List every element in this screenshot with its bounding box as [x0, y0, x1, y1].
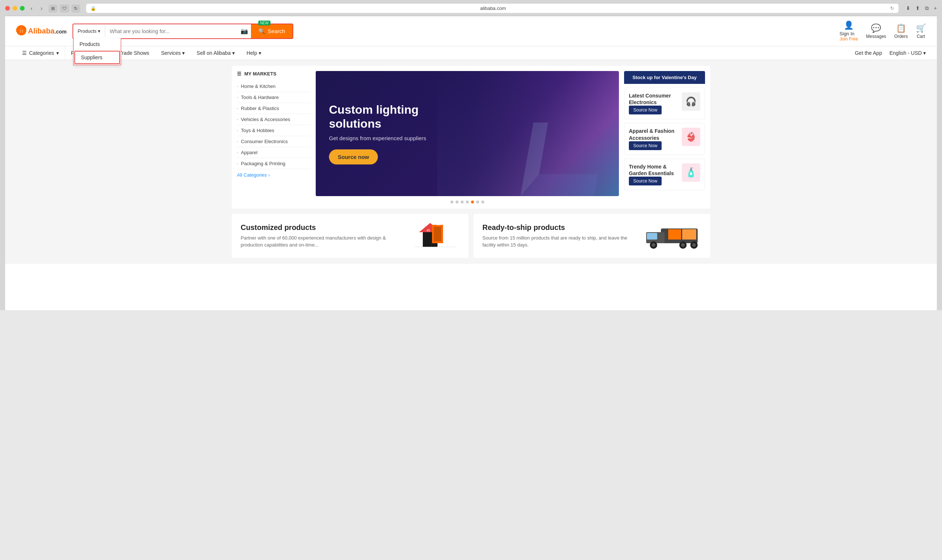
categories-nav[interactable]: ☰ Categories ▾ [16, 46, 65, 60]
reload-icon[interactable]: ↻ [890, 6, 894, 11]
list-icon: ☰ [237, 71, 242, 77]
search-button[interactable]: 🔍 Search [251, 24, 292, 38]
dot-2[interactable] [456, 200, 459, 203]
messages-button[interactable]: 💬 Messages [866, 23, 887, 39]
sidebar-item-tools-hardware[interactable]: • Tools & Hardware [237, 92, 311, 103]
join-label: Join Free [840, 37, 858, 42]
bullet-icon: • [237, 151, 238, 154]
cart-button[interactable]: 🛒 Cart [916, 23, 926, 39]
ship-card-desc: Source from 15 million products that are… [482, 235, 637, 248]
banner-title: Custom lighting solutions [329, 103, 447, 131]
dot-4[interactable] [466, 200, 469, 203]
banner-subtitle: Get designs from experienced suppliers [329, 135, 447, 141]
sidebar-item-home-kitchen[interactable]: • Home & Kitchen [237, 81, 311, 92]
banner-content: Custom lighting solutions Get designs fr… [329, 103, 447, 165]
promo2-image: 👙 [682, 128, 700, 146]
chevron-down-icon: ▾ [98, 28, 100, 34]
search-icon: 🔍 [258, 28, 265, 35]
shield-icon: 🛡 [60, 5, 69, 12]
camera-search-icon[interactable]: 📷 [238, 25, 251, 37]
sidebar-item-toys-hobbies[interactable]: • Toys & Hobbies [237, 125, 311, 136]
traffic-light-red[interactable] [5, 6, 10, 11]
all-categories-link[interactable]: All Categories › [237, 169, 311, 181]
sell-chevron: ▾ [232, 50, 235, 56]
forward-button[interactable]: › [38, 5, 45, 12]
promo1-image: 🎧 [682, 92, 700, 111]
services-nav[interactable]: Services ▾ [155, 46, 191, 60]
search-container: NEW Products ▾ Products Suppliers 📷 🔍 S [72, 23, 293, 39]
sidebar-item-electronics[interactable]: • Consumer Electronics [237, 136, 311, 147]
dropdown-suppliers[interactable]: Suppliers [74, 51, 120, 64]
banner-section: Custom lighting solutions Get designs fr… [316, 71, 619, 203]
orders-button[interactable]: 📋 Orders [894, 23, 908, 39]
search-input[interactable] [105, 25, 238, 37]
address-bar[interactable]: 🔒 alibaba.com ↻ [86, 4, 899, 13]
messages-icon: 💬 [871, 23, 881, 33]
bullet-icon: • [237, 140, 238, 143]
logo-text: Alibaba.com [28, 27, 66, 35]
dropdown-products[interactable]: Products [74, 38, 121, 50]
language-chevron: ▾ [923, 50, 926, 56]
services-chevron: ▾ [182, 50, 185, 56]
dropdown-label: Products [78, 28, 96, 34]
header-actions: 👤 Sign In Join Free 💬 Messages 📋 Orders [840, 21, 926, 42]
sell-on-nav[interactable]: Sell on Alibaba ▾ [191, 46, 241, 60]
dot-1[interactable] [450, 200, 453, 203]
tabs-icon[interactable]: ⧉ [925, 5, 929, 11]
orders-icon: 📋 [896, 23, 906, 33]
traffic-light-green[interactable] [20, 6, 25, 11]
sidebar-item-vehicles[interactable]: • Vehicles & Accessories [237, 114, 311, 125]
dot-7[interactable] [481, 200, 484, 203]
dot-3[interactable] [461, 200, 463, 203]
back-button[interactable]: ‹ [28, 5, 35, 12]
get-app-nav[interactable]: Get the App [855, 50, 882, 56]
messages-label: Messages [866, 34, 887, 39]
arrow-right-icon: › [268, 172, 270, 178]
dot-5[interactable] [471, 200, 474, 203]
main-content: ☰ MY MARKETS • Home & Kitchen • Tools & … [5, 60, 937, 264]
language-selector[interactable]: English - USD ▾ [890, 50, 926, 56]
promo3-title: Trendy Home & Garden Essentials [629, 163, 679, 177]
download-icon[interactable]: ⬇ [906, 5, 910, 11]
svg-text:45: 45 [426, 228, 430, 232]
new-tab-icon[interactable]: + [934, 5, 937, 11]
sidebar-item-rubber-plastics[interactable]: • Rubber & Plastics [237, 103, 311, 114]
sidebar: ☰ MY MARKETS • Home & Kitchen • Tools & … [237, 71, 311, 203]
bullet-icon: • [237, 96, 238, 99]
site-header: 🅐 Alibaba.com NEW Products ▾ Products Su… [5, 16, 937, 46]
refresh-icon[interactable]: ↻ [71, 5, 80, 12]
ship-card-title: Ready-to-ship products [482, 223, 637, 232]
help-nav[interactable]: Help ▾ [241, 46, 267, 60]
banner-cta-button[interactable]: Source now [329, 149, 378, 165]
share-icon[interactable]: ⬆ [916, 5, 920, 11]
reader-mode-icon[interactable]: ⊞ [49, 5, 57, 12]
sidebar-item-apparel[interactable]: • Apparel [237, 147, 311, 158]
custom-card-desc: Partner with one of 60,000 experienced m… [241, 235, 406, 248]
traffic-light-yellow[interactable] [12, 6, 17, 11]
categories-chevron: ▾ [56, 50, 59, 56]
bottom-section: Customized products Partner with one of … [232, 214, 710, 258]
svg-text:45: 45 [437, 223, 440, 226]
sidebar-list: • Home & Kitchen • Tools & Hardware • Ru… [237, 81, 311, 169]
dot-6[interactable] [476, 200, 479, 203]
logo[interactable]: 🅐 Alibaba.com [16, 25, 66, 37]
signin-join-button[interactable]: 👤 Sign In Join Free [840, 21, 858, 42]
promo-card-home: Trendy Home & Garden Essentials Source N… [624, 158, 705, 190]
promo3-source-button[interactable]: Source Now [629, 177, 662, 185]
svg-point-13 [652, 243, 655, 247]
sidebar-item-packaging[interactable]: • Packaging & Printing [237, 158, 311, 169]
products-dropdown-button[interactable]: Products ▾ [73, 25, 105, 37]
user-icon: 👤 [844, 21, 854, 30]
new-badge: NEW [258, 21, 271, 25]
promo2-source-button[interactable]: Source Now [629, 141, 662, 150]
help-chevron: ▾ [259, 50, 261, 56]
banner-dots [316, 200, 619, 203]
bullet-icon: • [237, 118, 238, 121]
promo-card-electronics: Latest Consumer Electronics Source Now 🎧 [624, 88, 705, 119]
promo2-title: Apparel & Fashion Accessories [629, 128, 679, 141]
nav-bar: ☰ Categories ▾ Ready to Ship ▾ Trade Sho… [5, 46, 937, 60]
products-dropdown: Products Suppliers [73, 38, 121, 65]
ready-to-ship-card: Ready-to-ship products Source from 15 mi… [474, 214, 710, 258]
sidebar-title: ☰ MY MARKETS [237, 71, 311, 77]
promo1-source-button[interactable]: Source Now [629, 106, 662, 114]
